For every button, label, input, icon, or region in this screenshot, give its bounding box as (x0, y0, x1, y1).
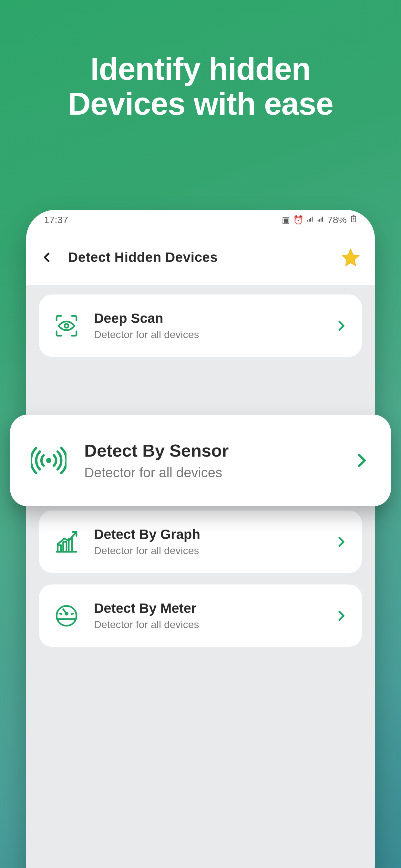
svg-rect-3 (58, 545, 61, 552)
card-subtitle: Detector for all devices (84, 465, 335, 480)
alarm-icon: ⏰ (293, 215, 304, 225)
option-detect-by-meter[interactable]: Detect By Meter Detector for all devices (39, 585, 362, 647)
card-title: Detect By Sensor (84, 440, 335, 461)
card-title: Detect By Graph (94, 527, 320, 542)
radio-waves-icon (29, 441, 68, 480)
svg-point-6 (57, 606, 76, 626)
battery-percent: 78% (328, 214, 347, 225)
eye-scan-icon (52, 311, 81, 340)
star-icon (340, 247, 361, 268)
option-detect-by-sensor[interactable]: Detect By Sensor Detector for all device… (10, 414, 391, 506)
signal-icon (307, 215, 314, 225)
svg-line-11 (71, 614, 73, 614)
battery-charging-icon (350, 215, 357, 225)
marketing-headline: Identify hidden Devices with ease (0, 0, 401, 121)
svg-point-2 (65, 324, 68, 328)
status-indicators: ▣ ⏰ 78% (282, 214, 357, 225)
status-bar: 17:37 ▣ ⏰ 78% (26, 210, 375, 230)
card-title: Deep Scan (94, 311, 320, 326)
back-button[interactable] (39, 249, 55, 266)
app-update-icon: ▣ (282, 215, 290, 225)
chevron-right-icon (333, 318, 349, 334)
gauge-icon (52, 601, 81, 630)
svg-line-10 (60, 614, 62, 614)
svg-rect-1 (352, 215, 354, 216)
chevron-right-icon (351, 450, 372, 471)
page-title: Detect Hidden Devices (68, 250, 327, 265)
chevron-right-icon (333, 608, 349, 624)
card-subtitle: Detector for all devices (94, 545, 320, 557)
svg-rect-4 (63, 542, 66, 552)
card-title: Detect By Meter (94, 600, 320, 616)
svg-point-12 (46, 458, 51, 463)
favorite-button[interactable] (339, 246, 362, 269)
option-detect-by-graph[interactable]: Detect By Graph Detector for all devices (39, 510, 362, 573)
phone-frame: 17:37 ▣ ⏰ 78% Detect Hidden Devices (26, 210, 375, 868)
card-subtitle: Detector for all devices (94, 329, 320, 341)
status-time: 17:37 (44, 214, 68, 225)
chevron-right-icon (333, 534, 349, 550)
option-deep-scan[interactable]: Deep Scan Detector for all devices (39, 294, 362, 357)
chevron-left-icon (41, 252, 53, 263)
growth-chart-icon (52, 527, 81, 556)
signal-icon-2 (317, 215, 324, 225)
app-header: Detect Hidden Devices (26, 230, 375, 285)
card-subtitle: Detector for all devices (94, 619, 320, 631)
